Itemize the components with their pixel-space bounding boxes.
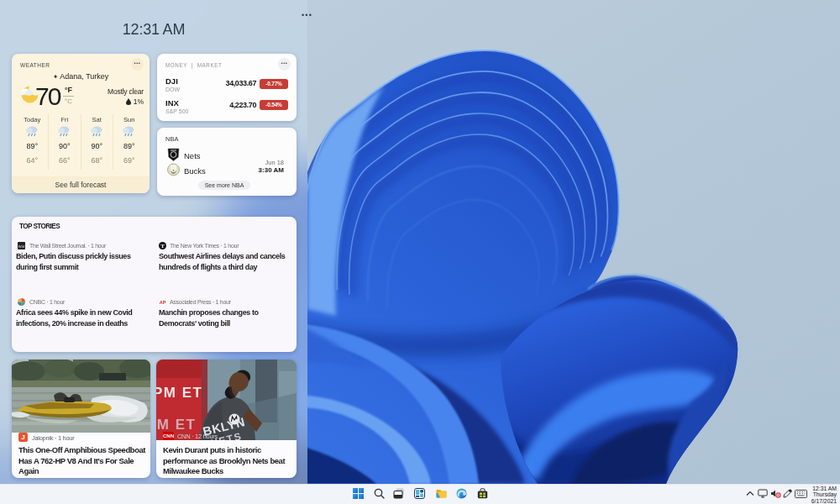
svg-text:T: T	[160, 243, 165, 249]
svg-text:AP: AP	[160, 300, 166, 305]
svg-text:WSJ: WSJ	[18, 244, 25, 249]
svg-text:PM ET: PM ET	[156, 385, 202, 401]
svg-text:PM ET: PM ET	[156, 417, 196, 433]
